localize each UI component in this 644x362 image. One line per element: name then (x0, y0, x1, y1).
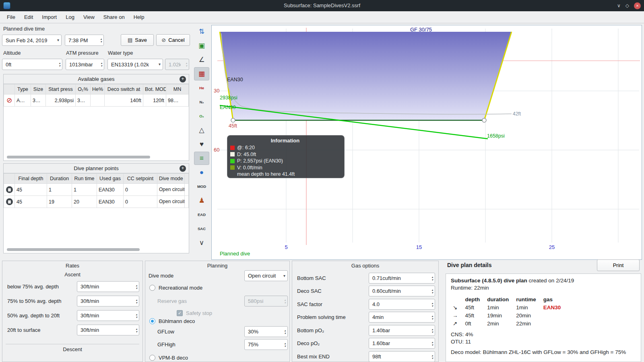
cell-bot-mod[interactable]: 120ft (143, 95, 166, 107)
cell-duration[interactable]: 1 (47, 184, 72, 196)
col-start-press[interactable]: Start press (46, 84, 76, 95)
delete-point-icon[interactable] (6, 198, 13, 205)
planner-point-row[interactable]: 45 19 20 EAN30 0 Open circuit (4, 196, 189, 208)
ead-icon[interactable]: EAD (194, 208, 209, 221)
menu-file[interactable]: File (2, 12, 20, 22)
planner-point-row[interactable]: 45 1 1 EAN30 0 Open circuit (4, 184, 189, 196)
spinner-arrows-icon[interactable]: ▴▾ (431, 302, 433, 307)
cylinder-row[interactable]: ⊘ A… 3… 2,938psi 3… 140ft 120ft 98… (4, 95, 189, 107)
cell-run-time[interactable]: 20 (72, 196, 97, 208)
spinner-arrows-icon[interactable]: ▴▾ (136, 284, 137, 290)
minimize-icon[interactable]: ∨ (617, 3, 621, 8)
menu-view[interactable]: View (79, 12, 99, 22)
cell-cc-setpoint[interactable]: 0 (124, 196, 157, 208)
cell-duration[interactable]: 19 (47, 196, 72, 208)
heart-rate-icon[interactable]: ♥ (194, 138, 209, 151)
cell-used-gas[interactable]: EAN30 (97, 196, 124, 208)
spinner-arrows-icon[interactable]: ▴▾ (136, 313, 137, 319)
vpmb-deco-radio-row[interactable]: VPM-B deco (149, 354, 188, 362)
spinner-arrows-icon[interactable]: ▴▾ (136, 327, 137, 333)
spinner-arrows-icon[interactable]: ▴▾ (431, 341, 433, 346)
mod-icon[interactable]: MOD (194, 180, 209, 193)
water-type-combo[interactable]: EN13319 (1.02k ▾ (107, 59, 163, 70)
close-icon[interactable]: × (634, 2, 641, 9)
ruler-icon[interactable]: ∠ (194, 53, 209, 66)
altitude-spinner[interactable]: 0ft ▴▾ (2, 59, 62, 70)
cell-final-depth[interactable]: 45 (15, 184, 47, 196)
delete-point-icon[interactable] (6, 186, 13, 193)
cell-mnd[interactable]: 98… (166, 95, 189, 107)
sac-factor-spinner[interactable]: 4.0 ▴▾ (369, 299, 435, 310)
spinner-arrows-icon[interactable]: ▴▾ (431, 288, 433, 294)
photos-icon[interactable]: ▣ (194, 39, 209, 52)
radio-icon[interactable] (149, 285, 155, 291)
deco-po2-spinner[interactable]: 1.60bar ▴▾ (369, 338, 435, 349)
problem-solving-time-spinner[interactable]: 4min ▴▾ (369, 312, 435, 323)
menu-log[interactable]: Log (61, 12, 79, 22)
spinner-arrows-icon[interactable]: ▴▾ (136, 298, 137, 304)
col-bot-mod[interactable]: Bot. MOD (143, 84, 166, 95)
menu-edit[interactable]: Edit (20, 12, 37, 22)
pp-n2-icon[interactable]: N₂ (194, 95, 209, 109)
dive-mode-combo[interactable]: Open circuit ▾ (244, 270, 288, 281)
atm-pressure-spinner[interactable]: 1013mbar ▴▾ (66, 59, 104, 70)
col-he[interactable]: He% (91, 84, 105, 95)
col-type[interactable]: Type (15, 84, 31, 95)
planner-handle[interactable] (482, 118, 486, 122)
dc-ceiling-icon[interactable]: △ (194, 123, 209, 137)
col-final-depth[interactable]: Final depth (15, 174, 47, 184)
cell-dive-mode[interactable]: Open circuit (157, 196, 185, 208)
rate-spinner[interactable]: 30ft/min ▴▾ (77, 281, 139, 292)
col-cc-setpoint[interactable]: CC setpoint (124, 174, 157, 184)
menu-help[interactable]: Help (129, 12, 149, 22)
spinner-arrows-icon[interactable]: ▴▾ (431, 328, 433, 333)
cell-start-press[interactable]: 2,938psi (46, 95, 76, 107)
cell-used-gas[interactable]: EAN30 (97, 184, 124, 196)
cell-cc-setpoint[interactable]: 0 (124, 184, 157, 196)
dive-profile-chart[interactable]: GF 30/75 30 60 5 15 25 EAN30 2938psi EAN… (211, 25, 642, 260)
recreational-mode-radio-row[interactable]: Recreational mode (149, 284, 202, 292)
col-duration[interactable]: Duration (47, 174, 72, 184)
spinner-arrows-icon[interactable]: ▴▾ (284, 342, 286, 348)
cell-final-depth[interactable]: 45 (15, 196, 47, 208)
cell-deco-switch[interactable]: 140ft (105, 95, 143, 107)
rate-spinner[interactable]: 30ft/min ▴▾ (77, 296, 139, 306)
ndl-tts-icon[interactable]: ♟ (194, 194, 209, 207)
planner-handle[interactable] (231, 118, 235, 122)
print-button[interactable]: Print (597, 259, 640, 271)
cell-dive-mode[interactable]: Open circuit (157, 184, 185, 196)
col-dive-mode[interactable]: Dive mode (157, 174, 185, 184)
gflow-spinner[interactable]: 30% ▴▾ (244, 326, 288, 337)
save-button[interactable]: ▤ Save (121, 34, 154, 46)
cell-run-time[interactable]: 1 (72, 184, 97, 196)
spinner-arrows-icon[interactable]: ▴▾ (431, 354, 433, 360)
cancel-button[interactable]: ⊘ Cancel (156, 34, 190, 46)
tissues-ceiling-icon[interactable]: ▦ (194, 67, 209, 80)
buhlmann-deco-radio-row[interactable]: Bühlmann deco (149, 317, 195, 325)
add-point-button[interactable]: + (180, 165, 186, 172)
spinner-arrows-icon[interactable]: ▴▾ (431, 315, 433, 320)
col-size[interactable]: Size (31, 84, 46, 95)
sac-icon[interactable]: SAC (194, 222, 209, 235)
bottom-sac-spinner[interactable]: 0.71cuft/min ▴▾ (369, 273, 435, 284)
pp-o2-icon[interactable]: O₂ (194, 109, 209, 123)
tank-bar-icon[interactable]: ≡ (194, 152, 209, 165)
delete-cylinder-icon[interactable]: ⊘ (6, 97, 12, 104)
cell-size[interactable]: 3… (31, 95, 46, 107)
cell-type[interactable]: A… (15, 95, 31, 107)
scroll-down-icon[interactable]: ∨ (194, 236, 209, 249)
dive-time-spinner[interactable]: 7:38 PM ▴▾ (65, 35, 104, 46)
information-tooltip[interactable]: Information @: 6:20 D: 45.0ft P: 2,557ps… (227, 135, 345, 178)
deco-sac-spinner[interactable]: 0.60cuft/min ▴▾ (369, 286, 435, 296)
spinner-arrows-icon[interactable]: ▴▾ (59, 62, 60, 67)
radio-selected-icon[interactable] (149, 318, 155, 324)
menu-share-on[interactable]: Share on (99, 12, 129, 22)
rate-spinner[interactable]: 30ft/min ▴▾ (77, 310, 139, 321)
col-deco-switch[interactable]: Deco switch at (105, 84, 143, 95)
cell-o2[interactable]: 3… (76, 95, 91, 107)
spinner-arrows-icon[interactable]: ▴▾ (101, 62, 102, 67)
horizontal-scrollbar[interactable] (7, 248, 140, 251)
col-mnd[interactable]: MN (166, 84, 189, 95)
spinner-arrows-icon[interactable]: ▴▾ (100, 37, 102, 43)
col-used-gas[interactable]: Used gas (97, 174, 124, 184)
